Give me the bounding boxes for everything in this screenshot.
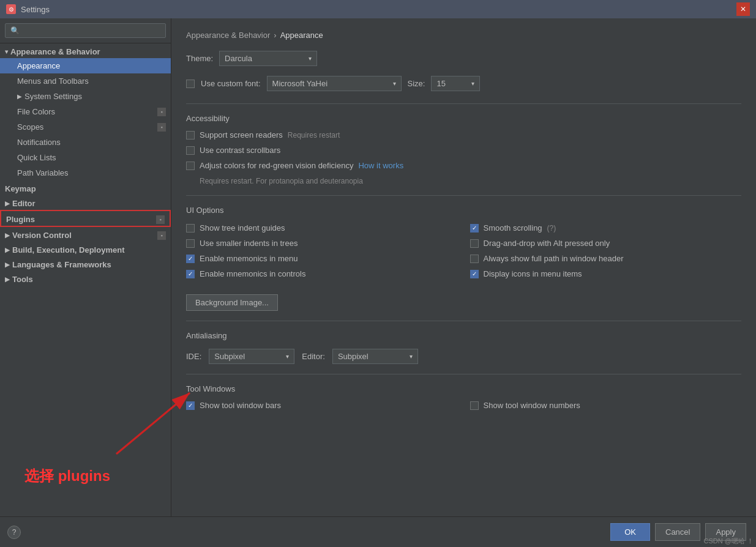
- display-icons-checkbox[interactable]: [470, 270, 479, 278]
- custom-font-checkbox[interactable]: [186, 80, 195, 88]
- accessibility-option-contrast-scrollbars: Use contrast scrollbars: [186, 146, 741, 155]
- sidebar-item-scopes[interactable]: Scopes ▪: [0, 119, 171, 135]
- adjust-colors-note: Requires restart. For protanopia and deu…: [200, 177, 363, 185]
- breadcrumb-separator: ›: [274, 31, 276, 40]
- cancel-button[interactable]: Cancel: [655, 523, 700, 541]
- tool-windows-title: Tool Windows: [186, 384, 741, 393]
- main-layout: ▾ Appearance & Behavior Appearance Menus…: [0, 18, 756, 516]
- chevron-right-icon: ▶: [17, 93, 22, 100]
- sidebar: ▾ Appearance & Behavior Appearance Menus…: [0, 18, 171, 516]
- chevron-down-icon: ▾: [471, 80, 474, 87]
- how-it-works-link[interactable]: How it works: [358, 161, 403, 170]
- tree-indent-checkbox[interactable]: [186, 224, 195, 233]
- divider-3: [186, 321, 741, 321]
- option-full-path-header: Always show full path in window header: [470, 254, 742, 263]
- font-size-dropdown[interactable]: 15 ▾: [431, 76, 480, 91]
- help-button[interactable]: ?: [7, 526, 21, 539]
- bottom-bar: ? OK Cancel Apply CSDN @嗯哈 ！: [0, 516, 756, 547]
- sidebar-item-tools[interactable]: ▶ Tools: [0, 271, 171, 286]
- show-tool-numbers-checkbox[interactable]: [470, 401, 479, 410]
- adjust-colors-label: Adjust colors for red-green vision defic…: [200, 161, 353, 170]
- accessibility-title: Accessibility: [186, 114, 741, 123]
- window-title: Settings: [21, 5, 50, 14]
- sidebar-item-version-control[interactable]: ▶ Version Control ▪: [0, 227, 171, 242]
- ok-button[interactable]: OK: [610, 523, 650, 541]
- tool-windows-options: Show tool window bars Show tool window n…: [186, 401, 741, 416]
- theme-dropdown[interactable]: Darcula ▾: [219, 51, 317, 66]
- sidebar-item-menus-toolbars[interactable]: Menus and Toolbars: [0, 73, 171, 89]
- show-tool-bars-checkbox[interactable]: [186, 401, 195, 410]
- tree-indent-label: Show tree indent guides: [200, 223, 285, 233]
- chevron-right-icon: ▶: [5, 247, 10, 253]
- search-input[interactable]: [5, 23, 166, 38]
- editor-antialias-dropdown[interactable]: Subpixel ▾: [332, 349, 418, 364]
- contrast-scrollbars-checkbox[interactable]: [186, 146, 195, 155]
- accessibility-option-screen-readers: Support screen readers Requires restart: [186, 130, 741, 140]
- show-tool-numbers-label: Show tool window numbers: [484, 401, 580, 410]
- smooth-scrolling-help-icon[interactable]: (?): [547, 224, 556, 233]
- sidebar-item-notifications[interactable]: Notifications: [0, 135, 171, 150]
- chevron-right-icon: ▶: [5, 232, 10, 239]
- chevron-down-icon: ▾: [393, 80, 396, 87]
- option-mnemonics-controls: Enable mnemonics in controls: [186, 269, 458, 278]
- option-tree-indent: Show tree indent guides: [186, 223, 458, 233]
- option-drag-drop-alt: Drag-and-drop with Alt pressed only: [470, 239, 742, 248]
- contrast-scrollbars-label: Use contrast scrollbars: [200, 146, 280, 155]
- smaller-indents-checkbox[interactable]: [186, 239, 195, 248]
- sidebar-item-appearance[interactable]: Appearance: [0, 58, 171, 73]
- titlebar: ⚙ Settings ✕: [0, 0, 756, 18]
- drag-drop-alt-label: Drag-and-drop with Alt pressed only: [484, 239, 610, 248]
- left-options: Show tree indent guides Use smaller inde…: [186, 223, 458, 285]
- screen-readers-label: Support screen readers: [200, 130, 283, 140]
- sidebar-item-build-execution[interactable]: ▶ Build, Execution, Deployment: [0, 242, 171, 256]
- sidebar-item-system-settings[interactable]: ▶ System Settings: [0, 89, 171, 104]
- divider-4: [186, 374, 741, 374]
- mnemonics-menu-checkbox[interactable]: [186, 255, 195, 263]
- breadcrumb-current: Appearance: [280, 31, 323, 40]
- sidebar-item-quick-lists[interactable]: Quick Lists: [0, 150, 171, 165]
- breadcrumb: Appearance & Behavior › Appearance: [186, 31, 741, 40]
- scopes-icon: ▪: [157, 123, 166, 132]
- smaller-indents-label: Use smaller indents in trees: [200, 239, 298, 248]
- ui-options-title: UI Options: [186, 206, 741, 215]
- adjust-colors-checkbox[interactable]: [186, 162, 195, 170]
- chevron-down-icon: ▾: [410, 353, 413, 360]
- app-icon: ⚙: [6, 4, 16, 14]
- antialiasing-title: Antialiasing: [186, 331, 741, 340]
- full-path-header-label: Always show full path in window header: [484, 254, 624, 263]
- theme-row: Theme: Darcula ▾: [186, 51, 741, 66]
- show-tool-bars-label: Show tool window bars: [200, 401, 281, 410]
- mnemonics-controls-label: Enable mnemonics in controls: [200, 269, 305, 278]
- sidebar-item-editor[interactable]: ▶ Editor: [0, 195, 171, 210]
- close-button[interactable]: ✕: [736, 2, 750, 16]
- custom-font-label: Use custom font:: [201, 79, 261, 88]
- smooth-scrolling-checkbox[interactable]: [470, 224, 479, 233]
- background-image-button[interactable]: Background Image...: [186, 294, 278, 311]
- option-mnemonics-menu: Enable mnemonics in menu: [186, 254, 458, 263]
- accessibility-option-adjust-colors: Adjust colors for red-green vision defic…: [186, 161, 741, 170]
- ide-antialias-dropdown[interactable]: Subpixel ▾: [209, 349, 294, 364]
- mnemonics-menu-label: Enable mnemonics in menu: [200, 254, 298, 263]
- chevron-right-icon: ▶: [5, 276, 10, 283]
- file-colors-icon: ▪: [157, 108, 166, 116]
- sidebar-item-plugins[interactable]: Plugins ▪: [0, 210, 171, 227]
- sidebar-item-path-variables[interactable]: Path Variables: [0, 165, 171, 180]
- sidebar-item-languages-frameworks[interactable]: ▶ Languages & Frameworks: [0, 256, 171, 271]
- sidebar-item-file-colors[interactable]: File Colors ▪: [0, 104, 171, 119]
- plugins-icon: ▪: [156, 215, 165, 224]
- content-area: Appearance & Behavior › Appearance Theme…: [171, 18, 756, 516]
- screen-readers-checkbox[interactable]: [186, 131, 195, 140]
- option-display-icons: Display icons in menu items: [470, 269, 742, 278]
- sidebar-item-keymap[interactable]: Keymap: [0, 180, 171, 195]
- mnemonics-controls-checkbox[interactable]: [186, 270, 195, 278]
- antialiasing-row: IDE: Subpixel ▾ Editor: Subpixel ▾: [186, 349, 741, 364]
- font-dropdown[interactable]: Microsoft YaHei ▾: [267, 76, 402, 91]
- chevron-right-icon: ▶: [5, 261, 10, 268]
- option-smaller-indents: Use smaller indents in trees: [186, 239, 458, 248]
- chevron-right-icon: ▶: [5, 200, 10, 207]
- divider: [186, 103, 741, 104]
- sidebar-item-appearance-behavior[interactable]: ▾ Appearance & Behavior: [0, 43, 171, 58]
- size-label: Size:: [408, 79, 425, 88]
- drag-drop-alt-checkbox[interactable]: [470, 239, 479, 248]
- full-path-header-checkbox[interactable]: [470, 255, 479, 263]
